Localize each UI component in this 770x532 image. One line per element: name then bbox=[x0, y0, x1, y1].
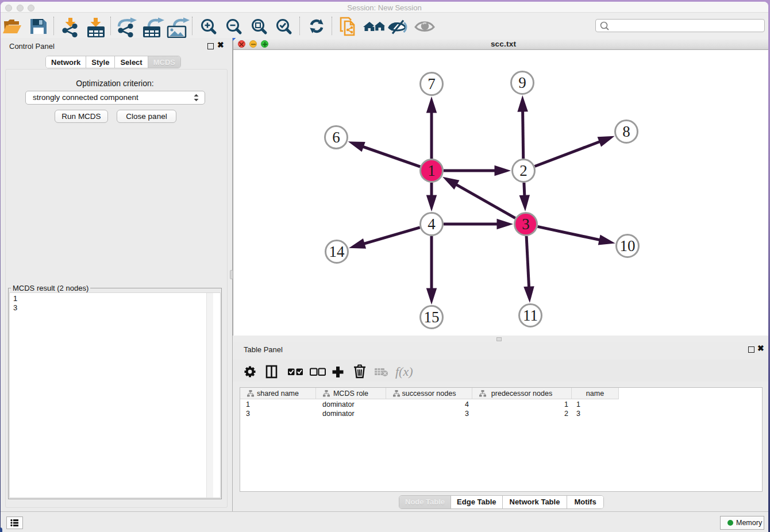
svg-text:8: 8 bbox=[622, 123, 630, 140]
svg-text:11: 11 bbox=[523, 307, 538, 324]
svg-text:4: 4 bbox=[428, 215, 436, 233]
svg-text:2: 2 bbox=[519, 162, 528, 179]
svg-text:10: 10 bbox=[620, 237, 636, 255]
svg-text:f(x): f(x) bbox=[395, 364, 413, 379]
svg-text:1: 1 bbox=[428, 162, 436, 179]
svg-text:9: 9 bbox=[518, 74, 526, 91]
svg-text:14: 14 bbox=[329, 243, 345, 260]
svg-text:15: 15 bbox=[424, 309, 440, 326]
svg-text:7: 7 bbox=[428, 75, 436, 92]
svg-text:6: 6 bbox=[332, 129, 340, 146]
svg-text:3: 3 bbox=[522, 215, 530, 233]
